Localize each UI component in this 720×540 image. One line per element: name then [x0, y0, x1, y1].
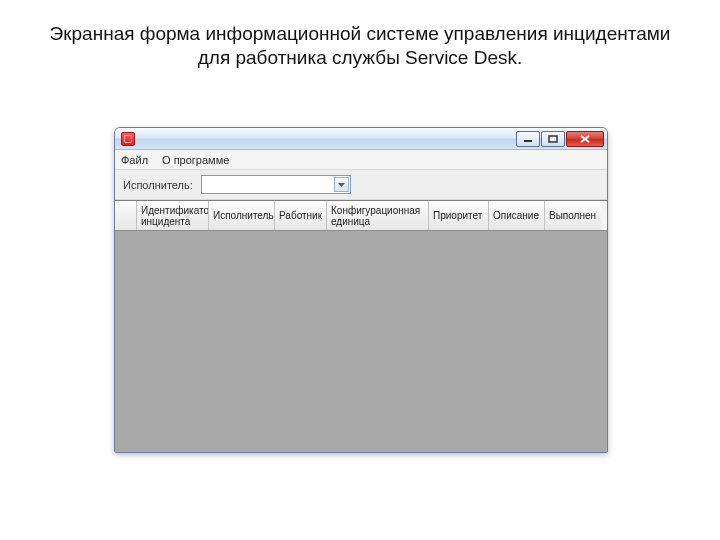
filter-bar: Исполнитель:	[115, 170, 607, 200]
col-configuration-item[interactable]: Конфигурационная единица	[327, 201, 429, 230]
svg-rect-1	[549, 136, 557, 142]
executor-combobox[interactable]	[201, 175, 351, 194]
col-priority[interactable]: Приоритет	[429, 201, 489, 230]
titlebar[interactable]	[115, 128, 607, 150]
svg-marker-4	[338, 183, 345, 187]
menubar: Файл О программе	[115, 150, 607, 170]
col-description[interactable]: Описание	[489, 201, 545, 230]
app-icon	[121, 132, 135, 146]
grid-header-row: Идентификатор инцидента Исполнитель Рабо…	[115, 201, 607, 231]
close-button[interactable]	[566, 131, 604, 147]
col-done[interactable]: Выполнен	[545, 201, 601, 230]
maximize-icon	[548, 135, 558, 143]
col-executor[interactable]: Исполнитель	[209, 201, 275, 230]
window-buttons	[516, 131, 604, 147]
close-icon	[579, 134, 591, 144]
row-header-corner	[115, 201, 137, 230]
filter-label: Исполнитель:	[123, 179, 193, 191]
col-worker[interactable]: Работник	[275, 201, 327, 230]
chevron-down-icon	[334, 177, 349, 192]
slide-title: Экранная форма информационной системе уп…	[0, 22, 720, 70]
col-incident-id[interactable]: Идентификатор инцидента	[137, 201, 209, 230]
maximize-button[interactable]	[541, 131, 565, 147]
grid-body[interactable]	[115, 231, 607, 452]
minimize-button[interactable]	[516, 131, 540, 147]
minimize-icon	[523, 135, 533, 143]
app-window: Файл О программе Исполнитель: Идентифика…	[114, 127, 608, 453]
data-grid[interactable]: Идентификатор инцидента Исполнитель Рабо…	[115, 200, 607, 452]
menu-file[interactable]: Файл	[121, 154, 148, 166]
slide: Экранная форма информационной системе уп…	[0, 0, 720, 540]
menu-about[interactable]: О программе	[162, 154, 229, 166]
